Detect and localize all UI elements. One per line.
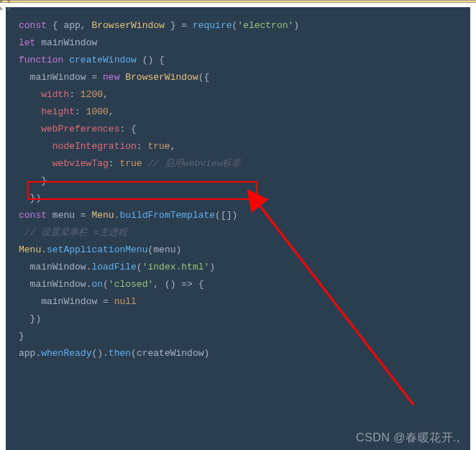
code-line: webPreferences: { bbox=[6, 121, 470, 138]
code-line: let mainWindow bbox=[6, 35, 470, 52]
code-line: } bbox=[6, 328, 470, 345]
fullscreen-corner-icon bbox=[0, 0, 10, 10]
code-line: mainWindow = null bbox=[6, 293, 470, 311]
code-line: width: 1200, bbox=[6, 86, 470, 104]
code-line: mainWindow.on('closed', () => { bbox=[6, 276, 470, 293]
code-line: mainWindow.loadFile('index.html') bbox=[6, 259, 470, 276]
code-line: mainWindow = new BrowserWindow({ bbox=[6, 69, 470, 86]
csdn-watermark: CSDN @春暖花开., bbox=[356, 431, 460, 446]
code-line: height: 1000, bbox=[6, 104, 470, 121]
code-line: // 设置菜单栏 =主进程 bbox=[6, 224, 470, 242]
code-line: nodeIntegration: true, bbox=[6, 138, 470, 155]
code-line: }) bbox=[6, 190, 470, 207]
code-line: app.whenReady().then(createWindow) bbox=[6, 345, 470, 362]
code-line: function createWindow () { bbox=[6, 52, 470, 69]
code-line: } bbox=[6, 173, 470, 190]
code-line: const { app, BrowserWindow } = require('… bbox=[6, 17, 470, 35]
top-divider-bar bbox=[0, 0, 476, 3]
code-line: }) bbox=[6, 311, 470, 328]
code-editor-pane: const { app, BrowserWindow } = require('… bbox=[6, 7, 470, 450]
code-line: Menu.setApplicationMenu(menu) bbox=[6, 242, 470, 259]
code-line-highlighted: webviewTag: true // 启用webview标签 bbox=[6, 155, 470, 173]
code-line: const menu = Menu.buildFromTemplate([]) bbox=[6, 207, 470, 224]
